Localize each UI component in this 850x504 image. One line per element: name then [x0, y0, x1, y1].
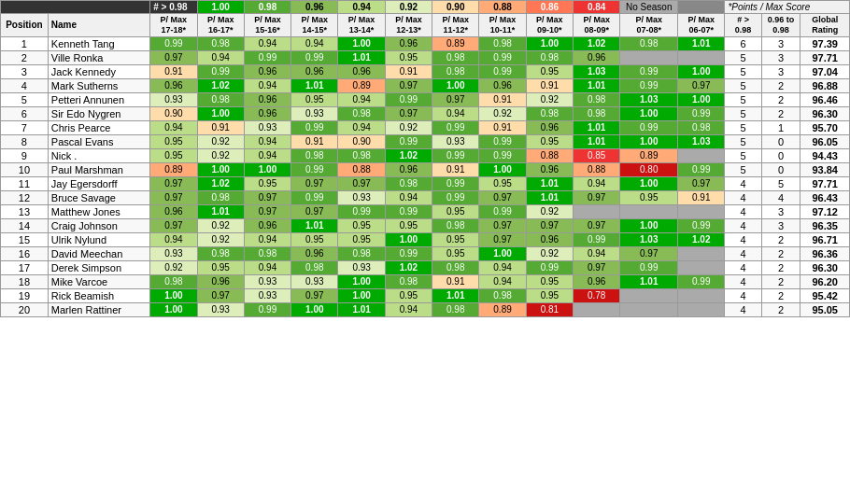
value-cell: 0.93 [150, 246, 197, 260]
value-cell: 0.97 [526, 218, 573, 232]
color-key-cell: 0.86 [526, 1, 573, 14]
value-cell: 0.94 [432, 106, 479, 120]
value-cell: 0.96 [526, 232, 573, 246]
hash-cell: 5 [725, 162, 761, 176]
value-cell: 0.97 [574, 218, 620, 232]
value-cell: 0.98 [620, 36, 678, 50]
value-cell: 0.99 [526, 260, 573, 274]
position-cell: 20 [1, 302, 49, 316]
value-cell: 0.96 [291, 64, 338, 78]
value-cell: 1.01 [678, 36, 725, 50]
no-season-cell [678, 148, 725, 162]
value-cell: 0.92 [526, 92, 573, 106]
season-header: P/ Max09-10* [526, 14, 573, 37]
value-cell: 1.00 [479, 246, 526, 260]
value-cell: 0.97 [244, 190, 290, 204]
value-cell: 1.02 [197, 78, 244, 92]
value-cell: 1.00 [678, 64, 725, 78]
color-key-cell: 1.00 [197, 1, 244, 14]
value-cell: 0.95 [385, 218, 432, 232]
value-cell: 1.02 [385, 148, 432, 162]
global-rating-cell: 96.46 [800, 92, 850, 106]
value-cell: 1.01 [338, 50, 385, 64]
main-table: # > 0.981.000.980.960.940.920.900.880.86… [0, 0, 850, 317]
table-row: 16David Meechan0.930.980.980.960.980.990… [1, 246, 850, 260]
global-rating-cell: 96.30 [800, 106, 850, 120]
value-cell: 0.98 [574, 106, 620, 120]
value-cell: 0.99 [678, 218, 725, 232]
value-cell: 0.98 [432, 218, 479, 232]
value-cell: 0.95 [526, 274, 573, 288]
value-cell: 0.81 [526, 302, 573, 316]
value-cell: 0.94 [385, 190, 432, 204]
no-season-cell [678, 50, 725, 64]
value-cell: 0.93 [244, 288, 290, 302]
value-cell: 1.00 [338, 36, 385, 50]
points-label: *Points / Max Score [725, 1, 850, 14]
value-cell: 1.01 [291, 78, 338, 92]
value-cell: 0.96 [385, 162, 432, 176]
value-cell: 0.98 [432, 260, 479, 274]
value-cell: 1.00 [432, 78, 479, 92]
value-cell: 0.99 [479, 148, 526, 162]
name-cell: Paul Marshman [48, 162, 149, 176]
value-cell: 1.00 [479, 162, 526, 176]
value-cell: 0.99 [432, 190, 479, 204]
color-key-cell: 0.94 [338, 1, 385, 14]
range-cell: 1 [761, 120, 800, 134]
value-cell: 0.93 [432, 134, 479, 148]
hash-cell: 4 [725, 232, 761, 246]
global-rating-cell: 96.88 [800, 78, 850, 92]
value-cell: 0.99 [620, 78, 678, 92]
value-cell: 0.99 [150, 36, 197, 50]
position-cell: 9 [1, 148, 49, 162]
value-cell: 0.97 [291, 288, 338, 302]
value-cell: 1.01 [432, 288, 479, 302]
value-cell: 0.98 [432, 302, 479, 316]
value-cell: 0.90 [338, 134, 385, 148]
value-cell: 0.92 [197, 232, 244, 246]
value-cell: 0.85 [574, 148, 620, 162]
global-rating-header: GlobalRating [800, 14, 850, 37]
value-cell: 0.95 [526, 64, 573, 78]
no-season-cell [620, 288, 678, 302]
value-cell: 0.88 [526, 148, 573, 162]
value-cell: 1.01 [574, 78, 620, 92]
value-cell: 1.00 [338, 274, 385, 288]
value-cell: 0.94 [244, 78, 290, 92]
table-row: 13Matthew Jones0.961.010.970.970.990.990… [1, 204, 850, 218]
global-rating-cell: 97.71 [800, 50, 850, 64]
value-cell: 0.91 [526, 78, 573, 92]
value-cell: 0.96 [244, 92, 290, 106]
value-cell: 0.99 [678, 274, 725, 288]
name-cell: Jack Kennedy [48, 64, 149, 78]
table-row: 12Bruce Savage0.970.980.970.990.930.940.… [1, 190, 850, 204]
name-cell: Chris Pearce [48, 120, 149, 134]
value-cell: 1.00 [620, 218, 678, 232]
no-season-cell [620, 204, 678, 218]
table-row: 5Petteri Annunen0.930.980.960.950.940.99… [1, 92, 850, 106]
value-cell: 1.00 [197, 106, 244, 120]
value-cell: 0.92 [385, 120, 432, 134]
value-cell: 0.99 [620, 260, 678, 274]
value-cell: 0.94 [385, 302, 432, 316]
color-key-header [1, 1, 150, 14]
value-cell: 0.95 [432, 232, 479, 246]
value-cell: 0.98 [574, 92, 620, 106]
color-key-row: # > 0.981.000.980.960.940.920.900.880.86… [1, 1, 850, 14]
value-cell: 0.91 [432, 162, 479, 176]
value-cell: 0.89 [432, 36, 479, 50]
value-cell: 0.97 [432, 92, 479, 106]
value-cell: 1.01 [620, 274, 678, 288]
table-row: 15Ulrik Nylund0.940.920.940.950.951.000.… [1, 232, 850, 246]
value-cell: 0.99 [291, 50, 338, 64]
position-cell: 14 [1, 218, 49, 232]
value-cell: 0.98 [479, 36, 526, 50]
value-cell: 0.99 [385, 204, 432, 218]
value-cell: 0.95 [244, 176, 290, 190]
value-cell: 0.94 [150, 232, 197, 246]
table-row: 10Paul Marshman0.891.001.000.990.880.960… [1, 162, 850, 176]
range-cell: 3 [761, 50, 800, 64]
value-cell: 0.97 [678, 176, 725, 190]
value-cell: 0.97 [244, 204, 290, 218]
